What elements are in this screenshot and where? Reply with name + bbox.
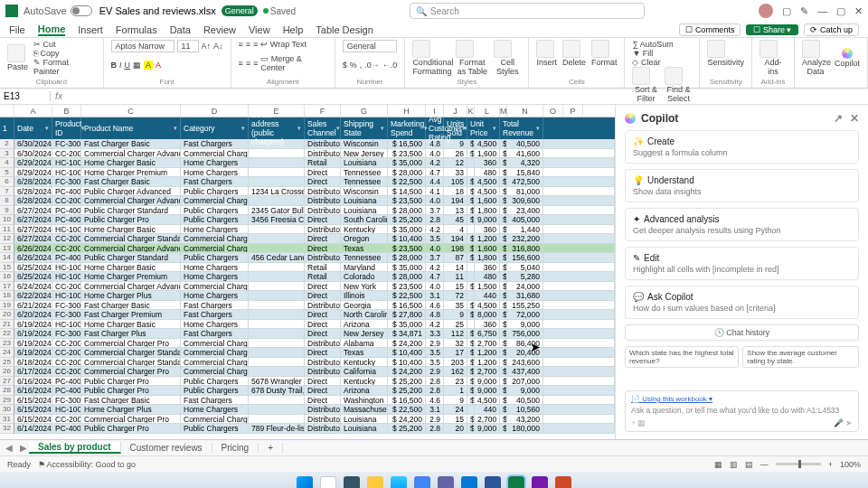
- cell[interactable]: South Carolina: [341, 215, 388, 225]
- col-header[interactable]: C: [81, 105, 181, 117]
- table-row[interactable]: 176/24/2024CC-2002Commercial Charger Adv…: [0, 282, 615, 292]
- cell[interactable]: Alabama: [341, 339, 388, 349]
- cell[interactable]: 15: [444, 282, 467, 292]
- cell[interactable]: [467, 168, 475, 178]
- table-row[interactable]: 146/26/2024PC-4001Public Charger Standar…: [0, 253, 615, 263]
- cell[interactable]: CC-2001: [52, 358, 81, 368]
- cell[interactable]: $ 28,000: [388, 253, 426, 263]
- cell[interactable]: 2,700: [475, 339, 500, 349]
- cell[interactable]: $ 14,500: [388, 187, 426, 197]
- attach-icon[interactable]: +: [631, 418, 636, 427]
- cell[interactable]: 472,500: [507, 177, 543, 187]
- cell[interactable]: 6/27/2024: [14, 225, 52, 235]
- copilot-understand-card[interactable]: 💡Understand Show data insights: [625, 169, 859, 202]
- cell[interactable]: Direct: [305, 234, 341, 244]
- cell[interactable]: $: [500, 215, 507, 225]
- cell[interactable]: $ 35,000: [388, 263, 426, 273]
- cell[interactable]: 5,040: [507, 263, 543, 273]
- cell[interactable]: 3.7: [426, 253, 444, 263]
- tab-home[interactable]: Home: [38, 23, 66, 36]
- cell[interactable]: 11: [444, 272, 467, 282]
- cell[interactable]: Kentucky: [341, 358, 388, 368]
- cell[interactable]: $ 25,200: [388, 386, 426, 396]
- cell[interactable]: $: [467, 206, 475, 216]
- cell[interactable]: 6/26/2024: [14, 244, 52, 254]
- cell[interactable]: Home Chargers: [181, 272, 249, 282]
- paste-icon[interactable]: [7, 44, 25, 62]
- cell[interactable]: $ 22,500: [388, 405, 426, 415]
- cell[interactable]: Home Charger Basic: [81, 158, 181, 168]
- cell[interactable]: $: [500, 329, 507, 339]
- cell[interactable]: $ 27,800: [388, 310, 426, 320]
- cell[interactable]: Public Chargers: [181, 206, 249, 216]
- cell[interactable]: 6/20/2024: [14, 310, 52, 320]
- italic-button[interactable]: I: [119, 61, 122, 70]
- cell[interactable]: 40,500: [507, 139, 543, 149]
- new-sheet-button[interactable]: +: [259, 443, 283, 453]
- cell[interactable]: 17: [0, 282, 14, 292]
- cell[interactable]: 360: [475, 158, 500, 168]
- cell[interactable]: 6/28/2024: [14, 196, 52, 206]
- cell[interactable]: [467, 320, 475, 330]
- cell[interactable]: 203: [444, 358, 467, 368]
- cell[interactable]: CC-2002: [52, 244, 81, 254]
- cell[interactable]: 6/19/2024: [14, 329, 52, 339]
- accessibility-status[interactable]: ⚑ Accessibility: Good to go: [38, 460, 137, 469]
- cell[interactable]: Direct: [305, 310, 341, 320]
- cell[interactable]: 18: [444, 187, 467, 197]
- cell[interactable]: 72: [444, 291, 467, 301]
- cell[interactable]: $: [467, 301, 475, 311]
- underline-button[interactable]: U: [125, 61, 131, 70]
- cell[interactable]: $ 23,500: [388, 149, 426, 159]
- cell[interactable]: $ 28,000: [388, 206, 426, 216]
- cell[interactable]: $: [500, 386, 507, 396]
- cell[interactable]: $: [467, 139, 475, 149]
- cell[interactable]: Home Chargers: [181, 405, 249, 415]
- cell[interactable]: 1,600: [475, 149, 500, 159]
- inc-decimal-icon[interactable]: .0→: [364, 61, 380, 70]
- cell[interactable]: $ 24,200: [388, 339, 426, 349]
- cell[interactable]: 6/18/2024: [14, 358, 52, 368]
- col-header[interactable]: P: [563, 105, 583, 117]
- cell[interactable]: $ 16,500: [388, 301, 426, 311]
- cell[interactable]: 3.5: [426, 234, 444, 244]
- zoom-level[interactable]: 100%: [840, 460, 861, 469]
- cell[interactable]: 86,400: [507, 339, 543, 349]
- taskview-icon[interactable]: [344, 476, 360, 488]
- cell[interactable]: [249, 291, 305, 301]
- cell[interactable]: FC-3001: [52, 139, 81, 149]
- analyze-icon[interactable]: [802, 40, 820, 58]
- cell[interactable]: 6/30/2024: [14, 139, 52, 149]
- cell[interactable]: 6/27/2024: [14, 206, 52, 216]
- cell[interactable]: HC-1003: [52, 168, 81, 178]
- copilot-advanced-card[interactable]: ✦Advanced analysis Get deeper analysis r…: [625, 208, 859, 241]
- cell[interactable]: [249, 415, 305, 425]
- cell[interactable]: $: [500, 367, 507, 377]
- cell[interactable]: CC-2002: [52, 282, 81, 292]
- border-button[interactable]: ▦: [133, 61, 141, 70]
- cell[interactable]: Louisiana: [341, 424, 388, 434]
- copilot-ask-card[interactable]: 💬Ask Copilot How do I sum values based o…: [625, 286, 859, 319]
- cell[interactable]: 41,600: [507, 149, 543, 159]
- cell[interactable]: 2.8: [426, 386, 444, 396]
- cell[interactable]: $: [500, 339, 507, 349]
- cell[interactable]: $: [500, 396, 507, 406]
- cell[interactable]: 3.1: [426, 291, 444, 301]
- table-header[interactable]: Total Revenue▾: [500, 117, 543, 139]
- cell[interactable]: 26: [444, 149, 467, 159]
- table-row[interactable]: 76/28/2024PC-4002Public Charger Advanced…: [0, 187, 615, 197]
- increase-font-icon[interactable]: A↑: [202, 42, 212, 51]
- cell[interactable]: Commercial Charger Advanced: [81, 244, 181, 254]
- align-right-icon[interactable]: ≡: [253, 59, 258, 68]
- cell[interactable]: 360: [475, 225, 500, 235]
- cell[interactable]: 6/25/2024: [14, 263, 52, 273]
- table-row[interactable]: 86/28/2024CC-2002Commercial Charger Adva…: [0, 196, 615, 206]
- table-header[interactable]: Unit Price▾: [467, 117, 500, 139]
- cell[interactable]: Public Charger Standard: [81, 253, 181, 263]
- col-header[interactable]: [0, 105, 14, 117]
- cell[interactable]: Massachusetts: [341, 405, 388, 415]
- cell[interactable]: Public Charger Pro: [81, 215, 181, 225]
- cell[interactable]: 207,000: [507, 377, 543, 387]
- cell[interactable]: 24: [0, 348, 14, 358]
- cell[interactable]: 243,600: [507, 358, 543, 368]
